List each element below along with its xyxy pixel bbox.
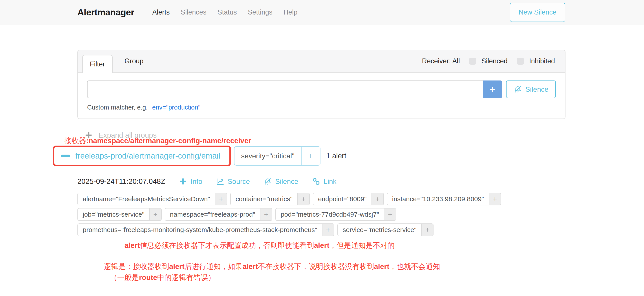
nav-menu: Alerts Silences Status Settings Help	[152, 8, 297, 16]
add-matcher-button[interactable]: +	[483, 80, 502, 98]
silenced-checkbox-label: Silenced	[482, 57, 508, 65]
label-filter-add-button[interactable]: +	[489, 193, 500, 205]
link-button-label: Link	[324, 178, 336, 186]
matcher-hint-text: Custom matcher, e.g.	[87, 104, 148, 111]
tab-group[interactable]: Group	[120, 50, 148, 72]
link-icon	[312, 177, 320, 186]
alert-label-chip: pod="metrics-77d9cdb497-wdsj7" +	[275, 208, 396, 221]
matcher-input[interactable]	[87, 80, 483, 98]
alert-label-text: alertname="FreeleapsMetricsServiceDown"	[78, 193, 215, 205]
nav-item-help[interactable]: Help	[284, 8, 298, 16]
alert-label-chip: endpoint="8009" +	[313, 193, 384, 206]
source-button[interactable]: Source	[216, 177, 250, 186]
alert-label-text: instance="10.233.98.209:8009"	[387, 193, 489, 205]
info-button[interactable]: Info	[179, 177, 202, 186]
alert-group-header: freeleaps-prod/alertmanager-config/email…	[53, 146, 346, 166]
alert-label-chip: job="metrics-service" +	[78, 208, 162, 221]
collapse-group-icon[interactable]	[61, 154, 70, 157]
nav-item-settings[interactable]: Settings	[248, 8, 272, 16]
filter-panel: Filter Group Receiver: All Silenced Inhi…	[78, 50, 566, 119]
group-key-label: severity="critical"	[234, 147, 301, 165]
alert-label-chip: namespace="freeleaps-prod" +	[165, 208, 272, 221]
alertmanager-app: Alertmanager Alerts Silences Status Sett…	[0, 0, 644, 296]
alert-label-text: prometheus="freeleaps-monitoring-system/…	[78, 224, 322, 236]
chart-icon	[216, 177, 224, 186]
nav-item-status[interactable]: Status	[218, 8, 237, 16]
group-key-add-button[interactable]: +	[301, 147, 320, 165]
new-silence-button[interactable]: New Silence	[510, 3, 565, 22]
label-filter-add-button[interactable]: +	[215, 193, 227, 205]
filter-panel-header: Filter Group Receiver: All Silenced Inhi…	[78, 50, 565, 72]
bell-slash-icon	[514, 85, 522, 94]
nav-item-alerts[interactable]: Alerts	[152, 8, 170, 16]
matcher-row: + Silence	[87, 80, 556, 98]
label-filter-add-button[interactable]: +	[260, 208, 272, 220]
alert-labels: alertname="FreeleapsMetricsServiceDown" …	[78, 193, 566, 236]
alert-label-chip: container="metrics" +	[230, 193, 310, 206]
alert-label-chip: service="metrics-service" +	[338, 224, 434, 236]
filter-panel-body: + Silence Custom matcher, e.g. env="prod…	[78, 72, 565, 111]
silenced-checkbox[interactable]: Silenced	[469, 57, 508, 65]
label-filter-add-button[interactable]: +	[384, 208, 396, 220]
bell-slash-icon	[264, 177, 272, 186]
checkbox-icon[interactable]	[469, 58, 476, 65]
alert-label-chip: prometheus="freeleaps-monitoring-system/…	[78, 224, 334, 236]
silence-button-label: Silence	[275, 178, 298, 186]
inhibited-checkbox-label: Inhibited	[529, 57, 555, 65]
label-filter-add-button[interactable]: +	[149, 208, 161, 220]
alert-label-text: job="metrics-service"	[78, 208, 149, 220]
alert-label-chip: instance="10.233.98.209:8009" +	[387, 193, 501, 206]
checkbox-icon[interactable]	[517, 58, 524, 65]
alert-label-chip: alertname="FreeleapsMetricsServiceDown" …	[78, 193, 227, 206]
navbar: Alertmanager Alerts Silences Status Sett…	[0, 0, 644, 25]
silence-button[interactable]: Silence	[264, 177, 298, 186]
label-filter-add-button[interactable]: +	[372, 193, 383, 205]
annotation-note-3: （一般是route中的逻辑有错误）	[110, 273, 215, 282]
alert-item: 2025-09-24T11:20:07.048Z Info Source	[78, 177, 566, 236]
alert-actions-row: 2025-09-24T11:20:07.048Z Info Source	[78, 177, 566, 186]
alert-label-text: endpoint="8009"	[313, 193, 372, 205]
receiver-filter[interactable]: Receiver: All	[422, 57, 460, 65]
tab-filter-label: Filter	[90, 60, 105, 68]
tab-filter[interactable]: Filter	[82, 55, 112, 73]
alert-label-text: namespace="freeleaps-prod"	[165, 208, 260, 220]
group-receiver-link[interactable]: freeleaps-prod/alertmanager-config/email	[76, 151, 220, 160]
matcher-example-link[interactable]: env="production"	[152, 104, 200, 111]
alert-count: 1 alert	[326, 152, 346, 160]
annotation-receiver-note: 接收器:namespace/altermanager-config-name/r…	[64, 136, 251, 146]
filter-silence-label: Silence	[526, 85, 548, 94]
label-filter-add-button[interactable]: +	[322, 224, 334, 236]
alert-label-text: service="metrics-service"	[338, 224, 422, 236]
alert-timestamp: 2025-09-24T11:20:07.048Z	[78, 177, 165, 186]
link-button[interactable]: Link	[312, 177, 336, 186]
source-button-label: Source	[228, 178, 250, 186]
label-filter-add-button[interactable]: +	[297, 193, 309, 205]
filter-options: Receiver: All Silenced Inhibited	[422, 57, 565, 65]
label-filter-add-button[interactable]: +	[421, 224, 433, 236]
matcher-hint: Custom matcher, e.g. env="production"	[87, 104, 556, 111]
alert-label-text: container="metrics"	[231, 193, 297, 205]
filter-silence-button[interactable]: Silence	[506, 80, 556, 98]
plus-icon	[179, 177, 187, 186]
tab-group-label: Group	[124, 57, 144, 65]
nav-item-silences[interactable]: Silences	[181, 8, 206, 16]
annotation-note-2: 逻辑是：接收器收到alert后进行通知，如果alert不在接收器下，说明接收器没…	[104, 262, 440, 272]
group-key-chip: severity="critical" +	[234, 146, 320, 166]
inhibited-checkbox[interactable]: Inhibited	[517, 57, 555, 65]
annotation-red-box: freeleaps-prod/alertmanager-config/email	[53, 146, 231, 166]
info-button-label: Info	[190, 178, 202, 186]
annotation-note-1: alert信息必须在接收器下才表示配置成功，否则即使能看到alert，但是通知是…	[124, 240, 394, 250]
brand-link[interactable]: Alertmanager	[78, 7, 134, 18]
alert-label-text: pod="metrics-77d9cdb497-wdsj7"	[276, 208, 384, 220]
